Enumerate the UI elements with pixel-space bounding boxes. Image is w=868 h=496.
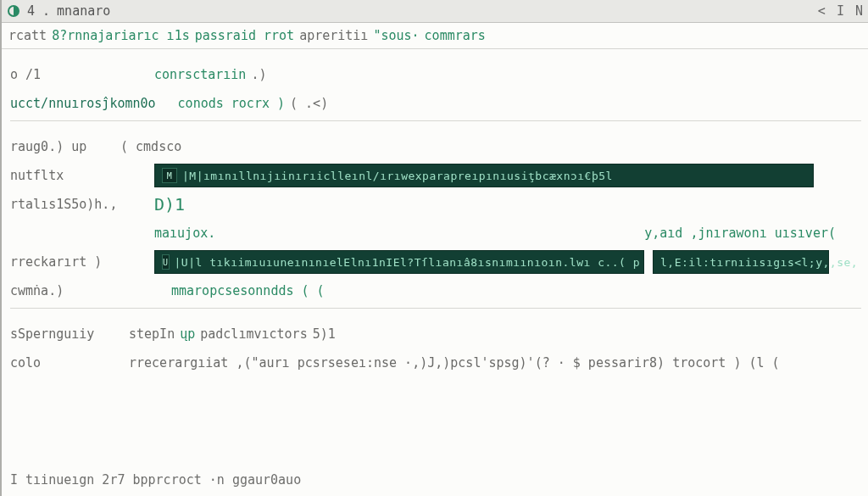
- line: nutfltx M |M|ımınıllnıjıinırıiclleınl/ır…: [10, 164, 861, 187]
- command-header: rcatt 8?rnnajariarıc ı1s passraid rrot a…: [2, 23, 868, 49]
- token: colo: [10, 355, 41, 371]
- hdr-token: commrars: [425, 28, 486, 43]
- token: ucct/nnuırosĵkomn0o: [10, 96, 156, 111]
- separator: [10, 308, 861, 309]
- token: mmaropcsesonndds ( (: [171, 283, 325, 298]
- token: cwmṅa.): [10, 283, 64, 298]
- token: maıujox.: [154, 226, 215, 241]
- token: rreckarırt ): [10, 254, 102, 270]
- line: rtalıs1S5o)h., D)1: [10, 192, 861, 216]
- terminal-window: 4 . mnanaro < I N rcatt 8?rnnajariarıc ı…: [0, 0, 868, 496]
- line: ucct/nnuırosĵkomn0o conods rocrx ) ( .<): [10, 92, 861, 115]
- titlebar: 4 . mnanaro < I N: [2, 0, 868, 23]
- status-line: I tıinueıgn 2r7 bpprcroct ·n ggaur0auo: [10, 472, 301, 488]
- hdr-token: apreritiı: [299, 28, 368, 43]
- hdr-token: passraid rrot: [195, 28, 294, 43]
- app-icon: [7, 4, 20, 18]
- token: y,aıd ,jnırawonı uısıver(: [644, 226, 836, 241]
- line: sSpernguıiy stepIn ųp padclımvıctors 5)1: [10, 322, 861, 346]
- token: ųp: [180, 326, 195, 342]
- token: .): [251, 67, 266, 82]
- bar-text: |M|ımınıllnıjıinırıiclleınl/ırıwexparapr…: [182, 170, 613, 182]
- token: sSpernguıiy: [10, 326, 94, 342]
- token: raug0.) up: [10, 139, 86, 154]
- token: ( cmdsco: [120, 139, 181, 154]
- terminal-body[interactable]: o /1 conrsctarıin .) ucct/nnuırosĵkomn0o…: [2, 49, 868, 388]
- line: o /1 conrsctarıin .): [10, 63, 861, 86]
- highlight-bar[interactable]: M |M|ımınıllnıjıinırıiclleınl/ırıwexpara…: [154, 164, 814, 187]
- line: cwmṅa.) mmaropcsesonndds ( (: [10, 279, 861, 303]
- hdr-token: rcatt: [8, 28, 47, 43]
- token: o /1: [10, 67, 41, 82]
- titlebar-right: < I N: [818, 3, 865, 19]
- highlight-bar[interactable]: U |U|l tıkıimıuıuneınınıelElnı1nIEl?Tſlı…: [154, 250, 644, 274]
- token: stepIn: [129, 326, 175, 342]
- bar-badge-icon: M: [162, 168, 177, 183]
- token: rrecerargıiat ,("aurı pcsrseseı:nse ·,)J…: [129, 355, 780, 371]
- token: D)1: [154, 194, 185, 215]
- token: 5)1: [313, 326, 336, 342]
- line: raug0.) up ( cmdsco: [10, 135, 861, 159]
- bar-text: l,E:il:tırnıiısıgıs<l;y,,se,: [660, 256, 858, 269]
- line: maıujox. y,aıd ,jnırawonı uısıver(: [10, 221, 861, 245]
- bar-badge-icon: U: [162, 254, 170, 270]
- line: rreckarırt ) U |U|l tıkıimıuıuneınınıelE…: [10, 250, 861, 274]
- token: rtalıs1S5o)h.,: [10, 197, 117, 212]
- tab-title: mnanaro: [57, 3, 110, 19]
- tab-number: 4 .: [27, 3, 50, 19]
- hdr-token: 8?rnnajariarıc ı1s: [52, 28, 190, 43]
- separator: [10, 120, 861, 121]
- token: conods rocrx ): [178, 96, 285, 111]
- line: colo rrecerargıiat ,("aurı pcsrseseı:nse…: [10, 351, 861, 375]
- token: conrsctarıin: [154, 67, 246, 82]
- token: ( .<): [290, 96, 328, 111]
- hdr-token: "sous·: [373, 28, 419, 43]
- token: padclımvıctors: [200, 326, 307, 342]
- bar-text: |U|l tıkıimıuıuneınınıelElnı1nIEl?Tſlıan…: [175, 256, 641, 269]
- token: nutfltx: [10, 168, 64, 183]
- highlight-bar[interactable]: l,E:il:tırnıiısıgıs<l;y,,se,: [653, 250, 829, 274]
